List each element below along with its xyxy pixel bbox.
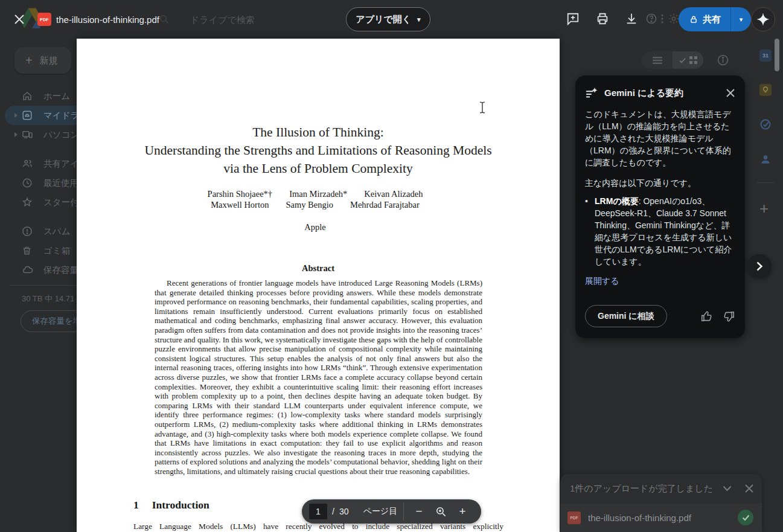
bullet-bold-text: LRMの概要 <box>595 196 639 206</box>
sidebar-item-mydrive[interactable]: マイドライブ <box>0 106 77 125</box>
sidebar-item-computers[interactable]: パソコン <box>0 125 77 144</box>
gemini-summary-panel: Gemini による要約 このドキュメントは、大規模言語モデル（LLM）の推論能… <box>575 75 745 338</box>
uploaded-file-name: the-illusion-of-thinking.pdf <box>588 513 738 523</box>
ask-gemini-button[interactable]: Gemini に相談 <box>585 305 667 327</box>
list-view-icon[interactable] <box>642 51 673 69</box>
pdf-file-icon: PDF <box>37 13 51 26</box>
pdf-badge-label: PDF <box>40 18 49 22</box>
share-label: 共有 <box>703 14 721 25</box>
bullet-dot: • <box>585 195 595 268</box>
sidebar-item-home[interactable]: ホーム <box>0 86 77 106</box>
add-comment-icon[interactable] <box>566 12 580 25</box>
toolbar-divider <box>403 502 404 521</box>
authors-row2: Maxwell HortonSamy BengioMehrdad Farajta… <box>77 200 554 210</box>
sidebar-item-label: 最近使用したアイテム <box>43 178 77 189</box>
pdf-badge-label: PDF <box>570 516 578 520</box>
home-icon <box>22 91 33 101</box>
gemini-close-icon[interactable] <box>726 88 735 98</box>
expand-caret-icon[interactable] <box>14 132 18 137</box>
account-avatar[interactable] <box>751 7 775 31</box>
chevron-down-icon: ▾ <box>740 16 743 23</box>
tasks-icon[interactable] <box>759 118 772 130</box>
thumbs-up-icon[interactable] <box>700 310 714 323</box>
scrollbar-thumb[interactable] <box>775 39 779 71</box>
strip-divider <box>757 182 774 183</box>
page-separator: / <box>332 507 334 516</box>
authors-row1: Parshin Shojaee*†Iman Mirzadeh*Keivan Al… <box>77 189 554 199</box>
total-pages: 30 <box>339 507 349 516</box>
drive-icon <box>22 110 33 121</box>
next-page-button[interactable] <box>747 254 772 278</box>
zoom-tool-icon[interactable] <box>432 506 450 518</box>
clock-icon <box>22 178 33 188</box>
toast-title: 1件のアップロードが完了しました <box>570 483 723 495</box>
keep-icon[interactable] <box>759 84 772 96</box>
sidebar-item-trash[interactable]: ゴミ箱 <box>0 241 77 260</box>
affiliation: Apple <box>77 222 554 232</box>
help-icon[interactable] <box>645 13 657 25</box>
calendar-icon[interactable]: 31 <box>759 50 772 62</box>
expand-link[interactable]: 展開する <box>585 276 735 287</box>
toast-close-icon[interactable] <box>745 484 753 493</box>
bullet-rest-text: : OpenAIのo1/o3、DeepSeek-R1、Claude 3.7 So… <box>595 196 732 266</box>
expand-caret-icon[interactable] <box>14 113 18 118</box>
gemini-panel-title: Gemini による要約 <box>604 88 720 99</box>
search-input[interactable]: ドライブで検索 <box>190 14 255 26</box>
sidebar-item-label: マイドライブ <box>43 110 77 121</box>
open-with-app-button[interactable]: アプリで開く ▾ <box>346 7 430 31</box>
page-number-input[interactable] <box>309 504 327 519</box>
lock-icon <box>689 15 698 24</box>
text-cursor-ibeam <box>479 101 486 114</box>
abstract-heading: Abstract <box>77 263 560 274</box>
toast-file-row[interactable]: PDF the-illusion-of-thinking.pdf <box>560 503 762 532</box>
sidebar-item-storage[interactable]: 保存容量 <box>0 260 77 280</box>
sidebar-item-shared[interactable]: 共有アイテム <box>0 154 77 173</box>
sidebar-item-starred[interactable]: スター付き <box>0 193 77 212</box>
download-icon[interactable] <box>625 12 638 25</box>
cloud-icon <box>22 264 34 275</box>
sidebar-divider <box>10 285 77 286</box>
sidebar-item-label: 共有アイテム <box>43 158 77 170</box>
share-split-button: 共有 ▾ <box>679 7 751 31</box>
summary-bullet: • LRMの概要: OpenAIのo1/o3、DeepSeek-R1、Claud… <box>585 195 735 268</box>
people-icon <box>22 158 33 169</box>
share-button[interactable]: 共有 <box>679 7 730 31</box>
zoom-in-icon[interactable]: + <box>453 505 471 518</box>
upload-toast: 1件のアップロードが完了しました PDF the-illusion-of-thi… <box>560 474 762 532</box>
more-options-icon[interactable] <box>656 13 668 25</box>
page-unit-label: ページ目 <box>363 506 397 517</box>
settings-gear-icon[interactable] <box>668 13 680 25</box>
view-toggle[interactable] <box>642 51 703 69</box>
sidebar-item-recent[interactable]: 最近使用したアイテム <box>0 173 77 193</box>
paper-title-line1: The Illusion of Thinking: <box>77 125 560 140</box>
add-addon-icon[interactable]: + <box>759 199 769 218</box>
sidebar-item-label: ホーム <box>43 91 70 102</box>
storage-usage-text: 30 TB 中 14.71 TB を使用 <box>22 293 77 304</box>
section-heading: 1Introduction <box>133 499 209 511</box>
gemini-sparkle-icon <box>756 12 770 27</box>
chevron-down-icon: ▾ <box>417 16 421 23</box>
print-icon[interactable] <box>596 12 609 25</box>
open-with-app-label: アプリで開く <box>356 14 411 25</box>
sidebar-item-spam[interactable]: スパム <box>0 222 77 241</box>
share-options-caret[interactable]: ▾ <box>730 7 751 31</box>
close-preview-icon[interactable] <box>12 12 27 27</box>
summary-paragraph-2: 主な内容は以下の通りです。 <box>585 177 735 189</box>
get-more-storage-button[interactable]: 保存容量を増やす <box>21 310 77 332</box>
pdf-file-icon: PDF <box>567 511 581 524</box>
summarize-sparkle-icon <box>585 86 598 100</box>
toast-collapse-icon[interactable] <box>723 486 732 492</box>
abstract-text: Recent generations of frontier language … <box>155 278 482 476</box>
new-button[interactable]: + 新規 <box>14 47 71 74</box>
grid-view-icon[interactable] <box>673 51 703 69</box>
page-navigation-toolbar: / 30 ページ目 − + <box>302 499 481 524</box>
storage-button-label: 保存容量を増やす <box>32 316 77 327</box>
contacts-icon[interactable] <box>759 153 772 165</box>
zoom-out-icon[interactable]: − <box>410 505 428 518</box>
details-info-icon[interactable] <box>717 54 729 66</box>
sidebar-item-label: ゴミ箱 <box>43 245 70 257</box>
pdf-page: The Illusion of Thinking: Understanding … <box>77 39 560 532</box>
chevron-right-icon <box>756 261 763 271</box>
sidebar: + 新規 ホーム マイドライブ パソコン 共有アイテム <box>0 39 77 532</box>
thumbs-down-icon[interactable] <box>722 310 735 323</box>
